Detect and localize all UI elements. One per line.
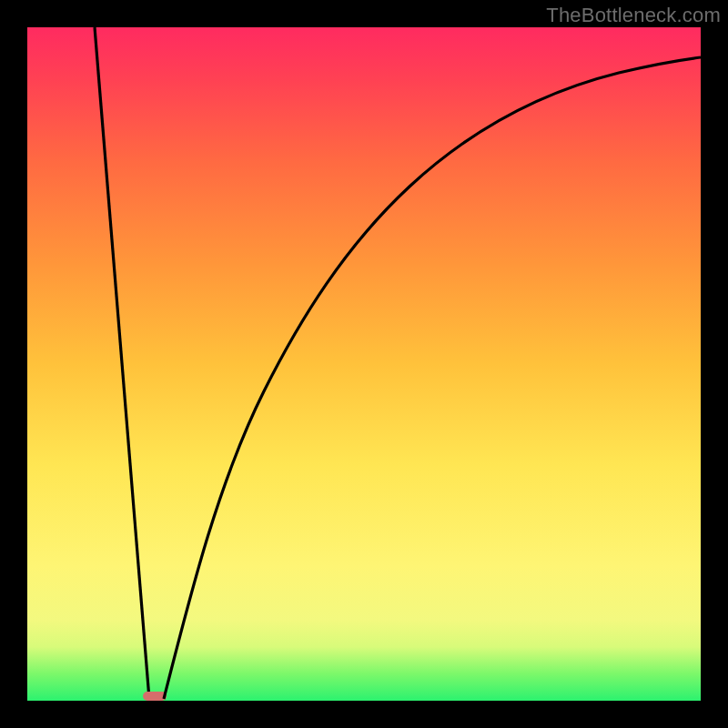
plot-area	[27, 27, 701, 701]
chart-svg	[27, 27, 701, 701]
watermark-text: TheBottleneck.com	[546, 4, 721, 27]
minimum-marker	[143, 692, 167, 701]
right-curve-line	[164, 57, 701, 699]
left-descent-line	[95, 27, 149, 699]
curve-group	[95, 27, 701, 701]
chart-frame: TheBottleneck.com	[0, 0, 728, 728]
